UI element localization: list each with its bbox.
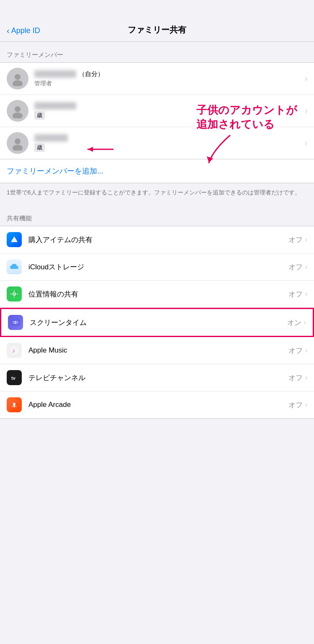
member-info-child2: 歳	[34, 134, 301, 152]
feature-status-arcade: オフ	[288, 400, 303, 410]
add-member-row[interactable]: ファミリーメンバーを追加...	[0, 159, 314, 183]
sharing-header: 共有機能	[0, 205, 314, 226]
svg-point-2	[15, 106, 21, 112]
svg-point-0	[15, 74, 21, 80]
family-members-section: ファミリーメンバー （自分） 管理者 ›	[0, 42, 314, 205]
feature-label-screentime: スクリーンタイム	[30, 318, 287, 327]
member-name-blurred-self	[34, 70, 76, 78]
back-chevron-icon: ‹	[7, 26, 10, 36]
family-members-header: ファミリーメンバー	[0, 42, 314, 62]
feature-status-location: オフ	[288, 289, 303, 299]
svg-point-1	[13, 80, 23, 86]
svg-point-26	[14, 406, 15, 408]
feature-chevron-music: ›	[305, 347, 307, 354]
sharing-list: 購入アイテムの共有 オフ › iCloudストレージ オフ ›	[0, 226, 314, 419]
member-name-child1	[34, 102, 301, 110]
add-member-label[interactable]: ファミリーメンバーを追加...	[7, 167, 103, 175]
family-info-text: 1世帯で6人までファミリーに登録することができます。ファミリーメンバーを追加でき…	[0, 183, 314, 205]
member-row-child2[interactable]: 歳 ›	[0, 127, 314, 159]
feature-row-screentime[interactable]: スクリーンタイム オン ›	[1, 309, 313, 336]
feature-row-location[interactable]: 位置情報の共有 オフ ›	[0, 281, 314, 308]
feature-label-location: 位置情報の共有	[28, 289, 288, 299]
svg-rect-24	[13, 404, 15, 406]
member-sub-child2: 歳	[34, 143, 301, 152]
feature-status-icloud: オフ	[288, 262, 303, 272]
avatar-child2	[7, 132, 28, 154]
row-chevron-child1: ›	[305, 107, 307, 115]
row-chevron-child2: ›	[305, 139, 307, 148]
member-row-self[interactable]: （自分） 管理者 ›	[0, 63, 314, 95]
feature-row-music[interactable]: ♪ Apple Music オフ ›	[0, 337, 314, 364]
feature-status-purchase: オフ	[288, 235, 303, 245]
member-sub-child1: 歳	[34, 111, 301, 120]
member-info-self: （自分） 管理者	[34, 70, 301, 87]
feature-label-tv: テレビチャンネル	[28, 373, 288, 383]
svg-point-11	[13, 293, 15, 295]
find-icon	[7, 286, 22, 302]
arcade-icon	[7, 397, 22, 412]
avatar-child1	[7, 100, 28, 122]
age-badge-child2: 歳	[34, 143, 45, 152]
feature-row-tv[interactable]: tv テレビチャンネル オフ ›	[0, 364, 314, 391]
feature-chevron-arcade: ›	[305, 401, 307, 409]
member-info-child1: 歳	[34, 102, 301, 120]
feature-label-arcade: Apple Arcade	[28, 401, 288, 409]
avatar-self	[7, 68, 28, 89]
icloud-icon	[7, 259, 22, 274]
feature-row-purchase[interactable]: 購入アイテムの共有 オフ ›	[0, 226, 314, 253]
feature-row-arcade[interactable]: Apple Arcade オフ ›	[0, 391, 314, 418]
tv-icon: tv	[7, 370, 22, 385]
feature-row-icloud[interactable]: iCloudストレージ オフ ›	[0, 253, 314, 281]
member-name-self: （自分）	[34, 70, 301, 78]
child2-arrow	[84, 143, 117, 156]
svg-point-27	[15, 406, 17, 407]
member-role-self: 管理者	[34, 80, 52, 87]
member-name-blurred-child2	[34, 134, 68, 142]
member-name-child2	[34, 134, 301, 142]
svg-point-6	[13, 145, 23, 151]
sharing-section: 共有機能 購入アイテムの共有 オフ › iCloudストレージ オフ	[0, 205, 314, 419]
svg-point-5	[15, 138, 21, 144]
feature-label-icloud: iCloudストレージ	[28, 262, 288, 272]
page-title: ファミリー共有	[128, 24, 186, 36]
feature-status-music: オフ	[288, 346, 303, 355]
back-button[interactable]: ‹ Apple ID	[7, 26, 40, 36]
feature-chevron-location: ›	[305, 290, 307, 298]
members-list: （自分） 管理者 › 歳	[0, 62, 314, 159]
nav-header: ‹ Apple ID ファミリー共有	[0, 0, 314, 42]
age-badge-child1: 歳	[34, 111, 45, 120]
member-name-blurred-child1	[34, 102, 76, 110]
svg-text:tv: tv	[11, 376, 16, 381]
member-row-child1[interactable]: 歳 › 子供のアカウントが追加されている	[0, 95, 314, 127]
svg-marker-8	[88, 147, 93, 152]
feature-chevron-tv: ›	[305, 374, 307, 381]
feature-label-music: Apple Music	[28, 346, 288, 355]
member-suffix-self: （自分）	[79, 70, 104, 78]
svg-text:♪: ♪	[12, 347, 15, 354]
feature-chevron-purchase: ›	[305, 236, 307, 243]
screentime-highlight-wrapper: スクリーンタイム オン ›	[0, 308, 314, 337]
music-icon: ♪	[7, 343, 22, 358]
row-chevron-self: ›	[305, 74, 307, 83]
feature-status-screentime: オン	[287, 318, 301, 327]
feature-status-tv: オフ	[288, 373, 303, 383]
back-label: Apple ID	[11, 26, 40, 35]
appstore-icon	[7, 232, 22, 247]
member-sub-self: 管理者	[34, 80, 301, 87]
feature-chevron-screentime: ›	[304, 319, 306, 326]
feature-chevron-icloud: ›	[305, 263, 307, 271]
screentime-icon	[8, 315, 23, 330]
feature-label-purchase: 購入アイテムの共有	[28, 235, 288, 245]
svg-point-25	[12, 406, 13, 407]
svg-point-3	[13, 112, 23, 118]
